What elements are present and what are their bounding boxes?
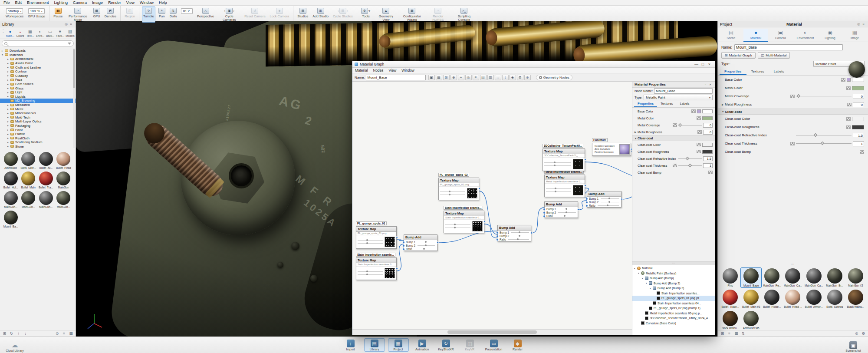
- maximize-icon[interactable]: □: [700, 62, 706, 66]
- properties-tab[interactable]: Labels: [769, 69, 789, 75]
- color-swatch[interactable]: [852, 86, 864, 90]
- library-tree-item[interactable]: ▾ Materials: [0, 53, 76, 57]
- texture-slot-icon[interactable]: [860, 150, 864, 154]
- twisty-icon[interactable]: ▸: [7, 108, 10, 110]
- menu-item[interactable]: Lighting: [52, 0, 71, 5]
- texture-slot-icon[interactable]: [846, 86, 851, 90]
- texture-map-node[interactable]: 3DCollective_TexturePack0... Texture Map…: [542, 144, 585, 171]
- material-thumbnail[interactable]: MainGun...: [20, 191, 37, 209]
- cloud-library-button[interactable]: ☁ Cloud Library: [2, 341, 28, 352]
- material-thumbnail[interactable]: Pins: [720, 268, 740, 287]
- toolbar-button[interactable]: + Pan: [157, 7, 167, 23]
- material-thumbnail[interactable]: Bolts_Screws: [825, 289, 845, 309]
- pin-icon[interactable]: ◎: [64, 22, 69, 26]
- library-tree-item[interactable]: ▸ Glass: [0, 86, 76, 90]
- twisty-icon[interactable]: ▸: [7, 124, 10, 127]
- twisty-icon[interactable]: ▸: [7, 133, 10, 135]
- twisty-icon[interactable]: ▸: [7, 62, 10, 65]
- material-thumbnail[interactable]: MainGun_Ca...: [783, 268, 803, 287]
- library-scrollbar[interactable]: [73, 48, 75, 148]
- toolbar-button[interactable]: ▮▮ Pause: [52, 7, 64, 23]
- panel-resize-handle[interactable]: ⋯: [718, 263, 868, 267]
- color-swatch[interactable]: [852, 78, 864, 82]
- list-view-icon[interactable]: ≡: [727, 331, 732, 336]
- material-thumbnail[interactable]: MainGun_Re...: [762, 268, 782, 287]
- texture-slot-icon[interactable]: [846, 117, 851, 121]
- material-thumbnail[interactable]: MainGun...: [37, 191, 55, 209]
- output-port[interactable]: [577, 208, 579, 211]
- collapse-arrow-icon[interactable]: ▼: [635, 137, 638, 140]
- graph-material-name-input[interactable]: Mount_Base: [366, 75, 426, 80]
- library-tree-item[interactable]: M2_Browning: [0, 99, 76, 103]
- dock-item[interactable]: ◫ KeyVR: [460, 338, 480, 352]
- twisty-icon[interactable]: ▸: [7, 145, 10, 148]
- node-tree-item[interactable]: Metal Imperfection seamless 06-png p...: [632, 311, 715, 316]
- twisty-icon[interactable]: ▸: [7, 112, 10, 115]
- close-icon[interactable]: ×: [69, 22, 73, 26]
- menu-item[interactable]: View: [124, 0, 137, 5]
- bump-add-node[interactable]: Bump Add Bump 1 Bump 2 Ratio: [587, 191, 621, 208]
- distribute-horizontal-icon[interactable]: ↔: [495, 75, 501, 80]
- property-value-input[interactable]: 0: [853, 102, 864, 107]
- menu-item[interactable]: Edit: [13, 0, 25, 5]
- search-icon[interactable]: ⊙: [54, 331, 60, 336]
- twisty-icon[interactable]: ▸: [7, 79, 10, 81]
- texture-slot-icon[interactable]: [691, 109, 696, 113]
- pan-view-icon[interactable]: +: [458, 75, 464, 80]
- library-tree-item[interactable]: ▸ Metal: [0, 107, 76, 111]
- texture-slot-icon[interactable]: [673, 123, 677, 127]
- export-icon[interactable]: ▣: [428, 75, 435, 80]
- library-tab[interactable]: ● Mate...: [5, 28, 15, 38]
- bump-add-node[interactable]: Bump Add Bump 1 Bump 2 Ratio: [544, 201, 578, 218]
- texture-slot-icon[interactable]: [846, 125, 851, 129]
- color-swatch[interactable]: [702, 150, 713, 154]
- twisty-icon[interactable]: ▸: [7, 95, 10, 98]
- dock-item[interactable]: ▭ Presentation: [483, 338, 504, 352]
- add-folder-icon[interactable]: ⊞: [2, 331, 7, 336]
- library-tree-item[interactable]: ▸ Light: [0, 90, 76, 95]
- dock-item[interactable]: ▤ Library: [364, 338, 385, 352]
- toolbar-button[interactable]: ↺ Reset Camera: [243, 7, 266, 23]
- close-icon[interactable]: ×: [708, 82, 713, 86]
- texture-slot-icon[interactable]: [673, 164, 677, 167]
- library-tree-item[interactable]: ▸ Multi-Layer Optics: [0, 119, 76, 124]
- window-titlebar[interactable]: Material Graph —□×: [352, 61, 715, 68]
- node-tree-item[interactable]: ▾ Bump Add (Bump): [632, 276, 715, 281]
- color-swatch[interactable]: [852, 125, 864, 129]
- twisty-icon[interactable]: ▸: [7, 91, 10, 94]
- toolbar-button[interactable]: △ Perspective: [196, 7, 215, 23]
- library-tree-item[interactable]: ▸ Measured: [0, 103, 76, 107]
- material-thumbnail[interactable]: MainGun: [55, 171, 72, 189]
- node-tree-item[interactable]: ▾ Metallic Paint (Surface): [632, 271, 715, 276]
- add-material-icon[interactable]: ⊞: [720, 331, 725, 336]
- material-thumbnail[interactable]: Black Walnu...: [845, 289, 866, 309]
- distribute-vertical-icon[interactable]: ↕: [502, 75, 509, 80]
- toolbar-button[interactable]: ◩ Denoise: [103, 7, 118, 23]
- output-port[interactable]: [530, 232, 533, 234]
- texture-map-node[interactable]: PL_grunge_spots_02 Texture Map PL_grunge…: [438, 173, 479, 200]
- project-tab[interactable]: ● Material: [743, 29, 768, 42]
- node-tree-item[interactable]: PL_grunge_spots_01.png (B...: [632, 296, 715, 301]
- property-value-input[interactable]: 1: [853, 141, 864, 146]
- twisty-icon[interactable]: ▾: [646, 282, 649, 284]
- twisty-icon[interactable]: ▸: [7, 83, 10, 86]
- bump-add-node[interactable]: Bump Add Bump 1 Bump 2 Ratio: [497, 225, 531, 241]
- sort-icon[interactable]: ⇅: [740, 331, 746, 336]
- node-name-input[interactable]: Mount_Base: [654, 88, 713, 94]
- list-view-icon[interactable]: ≡: [61, 331, 67, 336]
- material-thumbnail[interactable]: Bullet_Trace...: [720, 289, 740, 309]
- fit-view-icon[interactable]: ⊡: [443, 75, 450, 80]
- property-slider[interactable]: [796, 96, 852, 96]
- geometry-nodes-toggle[interactable]: Geometry Nodes: [536, 75, 572, 80]
- twisty-icon[interactable]: ▸: [7, 104, 10, 106]
- toolbar-button[interactable]: ▩ Configurator Wizard: [400, 7, 424, 23]
- project-tab[interactable]: ◉ Lighting: [818, 29, 842, 42]
- menu-item[interactable]: Render: [105, 0, 124, 5]
- library-tree-item[interactable]: ▸ Axalta Paint: [0, 61, 76, 66]
- project-tab[interactable]: ▦ Image: [842, 29, 867, 42]
- twisty-icon[interactable]: ▸: [7, 87, 10, 89]
- toolbar-button[interactable]: ▦ GPU: [92, 7, 101, 23]
- library-tree-item[interactable]: ▸ Downloads: [0, 49, 76, 53]
- graph-menu-item[interactable]: Material: [352, 68, 371, 73]
- toolbar-button[interactable]: ◔ Performance Mode: [66, 7, 90, 23]
